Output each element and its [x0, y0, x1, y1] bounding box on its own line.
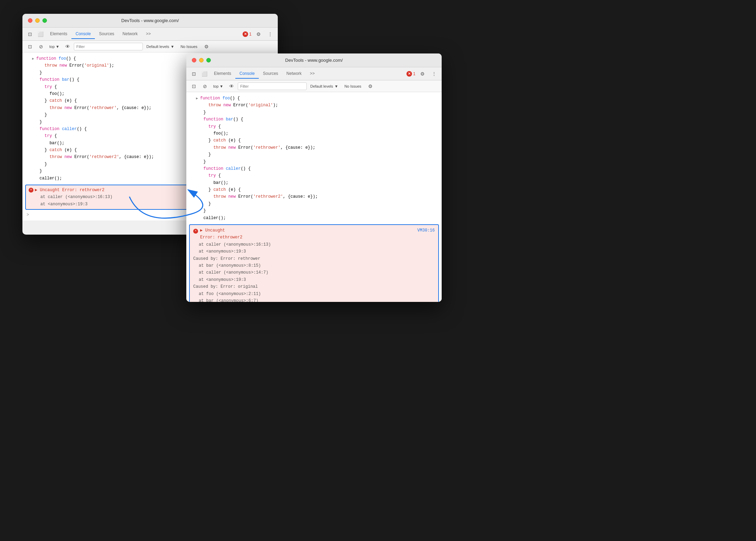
toolbar-right-front: ✕ 1 ⚙ ⋮ [406, 69, 439, 78]
top-chevron-front: ▼ [219, 84, 223, 88]
traffic-lights-back [28, 18, 47, 23]
toolbar-back: ⊡ ⬜ Elements Console Sources Network >> … [22, 28, 278, 41]
caused1-line3-front: at <anonymous>:19:3 [193, 276, 435, 283]
error-line1-back: at caller (<anonymous>:16:13) [35, 194, 112, 200]
close-button-front[interactable] [192, 58, 196, 62]
minimize-button-back[interactable] [35, 18, 40, 23]
secondary-toolbar-front: ⊡ ⊘ top ▼ 👁 Default levels ▼ No Issues ⚙ [186, 80, 442, 92]
maximize-button-front[interactable] [206, 58, 211, 62]
tab-bar-back: Elements Console Sources Network >> [46, 29, 242, 39]
console-content-front: ▶function foo() { throw new Error('origi… [186, 92, 442, 302]
code-block-front: ▶function foo() { throw new Error('origi… [186, 94, 442, 223]
tab-network-front[interactable]: Network [282, 69, 306, 79]
window-title-back: DevTools - www.google.com/ [121, 18, 179, 23]
levels-label-front: Default levels [310, 84, 333, 88]
error-title-back: ▶ Uncaught Error: rethrower2 [35, 187, 112, 194]
error-header-text-front: ▶ Uncaught [200, 227, 225, 234]
caused2-header-front: Caused by: Error: original [193, 283, 435, 290]
tab-sources-back[interactable]: Sources [95, 29, 118, 39]
close-button-back[interactable] [28, 18, 32, 23]
clear-icon-front[interactable]: ⊘ [200, 82, 210, 91]
clear-icon-back[interactable]: ⊘ [36, 42, 46, 51]
caused1-line1-front: at bar (<anonymous>:8:15) [193, 262, 435, 269]
top-label-back: top [49, 45, 55, 49]
toolbar-right-back: ✕ 1 ⚙ ⋮ [243, 30, 275, 39]
devtools-window-front: DevTools - www.google.com/ ⊡ ⬜ Elements … [186, 53, 442, 302]
toolbar-front: ⊡ ⬜ Elements Console Sources Network >> … [186, 67, 442, 80]
error-line1-front: at caller (<anonymous>:16:13) [193, 241, 435, 248]
titlebar-back: DevTools - www.google.com/ [22, 14, 278, 28]
filter-input-front[interactable] [238, 82, 307, 90]
error-line2-front: at <anonymous>:19:3 [193, 248, 435, 255]
levels-chevron-front: ▼ [334, 84, 338, 88]
error-badge-back: ✕ 1 [243, 31, 252, 37]
tab-more-back[interactable]: >> [142, 29, 155, 39]
error-box-header-front: ✕ ▶ Uncaught VM30:16 [193, 227, 435, 234]
tab-network-back[interactable]: Network [118, 29, 142, 39]
traffic-lights-front [192, 58, 211, 62]
tab-bar-front: Elements Console Sources Network >> [210, 69, 406, 79]
caused1-line2-front: at caller (<anonymous>:14:7) [193, 269, 435, 276]
tab-elements-front[interactable]: Elements [210, 69, 235, 79]
prompt-symbol-back: > [27, 212, 29, 218]
inspect-icon-back[interactable]: ⊡ [25, 30, 35, 39]
gear-icon-front[interactable]: ⚙ [418, 69, 427, 78]
tab-more-front[interactable]: >> [306, 69, 319, 79]
error-icon-front: ✕ [193, 229, 198, 234]
error-circle-back: ✕ [243, 31, 248, 37]
tab-console-back[interactable]: Console [71, 29, 95, 39]
secondary-toolbar-back: ⊡ ⊘ top ▼ 👁 Default levels ▼ No Issues ⚙ [22, 41, 278, 52]
device-icon-front[interactable]: ⬜ [199, 69, 209, 78]
gear-icon-back[interactable]: ⚙ [254, 30, 263, 39]
eye-icon-back[interactable]: 👁 [63, 42, 72, 51]
settings-icon-front[interactable]: ⚙ [365, 82, 375, 91]
top-selector-back[interactable]: top ▼ [47, 44, 61, 49]
sidebar-toggle-back[interactable]: ⊡ [25, 42, 35, 51]
levels-button-front[interactable]: Default levels ▼ [308, 83, 340, 89]
inspect-icon-front[interactable]: ⊡ [189, 69, 199, 78]
caused2-line1-front: at foo (<anonymous>:2:11) [193, 291, 435, 297]
levels-button-back[interactable]: Default levels ▼ [144, 44, 176, 49]
maximize-button-back[interactable] [42, 18, 47, 23]
top-chevron-back: ▼ [56, 45, 59, 49]
caused1-header-front: Caused by: Error: rethrower [193, 255, 435, 262]
eye-icon-front[interactable]: 👁 [227, 82, 236, 91]
error-count-front: 1 [413, 71, 415, 76]
error-icon-back: ✕ [29, 188, 33, 193]
sidebar-toggle-front[interactable]: ⊡ [189, 82, 199, 91]
tab-sources-front[interactable]: Sources [259, 69, 282, 79]
settings-icon-back[interactable]: ⚙ [202, 42, 211, 51]
caused2-line2-front: at bar (<anonymous>:6:7) [193, 297, 435, 302]
no-issues-button-back[interactable]: No Issues [178, 44, 200, 49]
error-badge-front: ✕ 1 [406, 71, 415, 77]
filter-input-back[interactable] [74, 43, 143, 50]
tab-elements-back[interactable]: Elements [46, 29, 71, 39]
levels-label-back: Default levels [146, 45, 169, 49]
more-icon-front[interactable]: ⋮ [429, 69, 439, 78]
titlebar-front: DevTools - www.google.com/ [186, 53, 442, 67]
error-line0-front: Error: rethrower2 [193, 234, 435, 241]
error-line2-back: at <anonymous>:19:3 [35, 201, 112, 208]
levels-chevron-back: ▼ [170, 45, 174, 49]
vm-link-front[interactable]: VM30:16 [418, 227, 435, 234]
device-icon-back[interactable]: ⬜ [36, 30, 45, 39]
error-circle-front: ✕ [406, 71, 412, 77]
no-issues-button-front[interactable]: No Issues [342, 83, 364, 89]
error-count-back: 1 [249, 32, 252, 37]
top-label-front: top [213, 84, 218, 88]
error-box-left-front: ✕ ▶ Uncaught [193, 227, 225, 234]
more-icon-back[interactable]: ⋮ [265, 30, 275, 39]
error-content-back: ▶ Uncaught Error: rethrower2 at caller (… [35, 187, 112, 208]
minimize-button-front[interactable] [199, 58, 204, 62]
top-selector-front[interactable]: top ▼ [211, 83, 225, 89]
error-box-front: ✕ ▶ Uncaught VM30:16 Error: rethrower2 a… [189, 224, 439, 302]
window-title-front: DevTools - www.google.com/ [285, 58, 343, 63]
tab-console-front[interactable]: Console [235, 69, 259, 79]
